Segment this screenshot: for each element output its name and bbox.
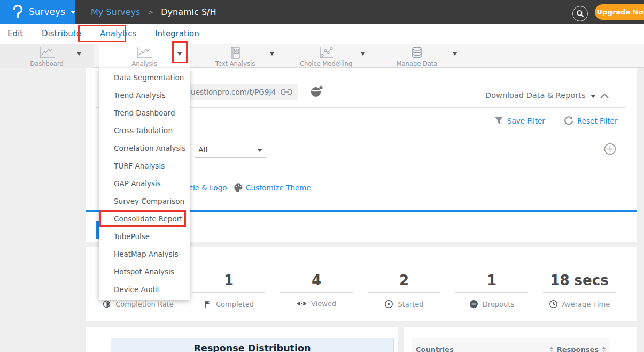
tab-distribute[interactable]: Distribute xyxy=(42,29,81,39)
reset-filter-button[interactable]: Reset Filter xyxy=(564,116,617,126)
stat-viewed-label: Viewed xyxy=(311,300,336,308)
toolbar-choice-modelling-label: Choice Modelling xyxy=(300,60,352,67)
menu-item-consolidate-report[interactable]: Consolidate Report xyxy=(99,210,190,228)
toolbar-manage-data-label: Manage Data xyxy=(397,60,438,67)
add-widget-button[interactable] xyxy=(604,143,616,155)
menu-item-gap-analysis[interactable]: GAP Analysis xyxy=(99,175,190,193)
tab-integration[interactable]: Integration xyxy=(155,29,199,39)
analytics-toolbar: Dashboard Analysis Text Analysis xyxy=(0,44,644,68)
divider xyxy=(368,292,440,293)
divider xyxy=(280,292,353,293)
breadcrumb-separator: > xyxy=(148,8,153,16)
search-button[interactable] xyxy=(572,6,588,21)
flag-icon xyxy=(204,300,212,309)
chevron-down-icon xyxy=(591,95,596,98)
toolbar-manage-data[interactable]: Manage Data xyxy=(371,44,462,68)
secure-link-globe-icon[interactable] xyxy=(310,85,324,98)
stat-dropouts-label: Dropouts xyxy=(483,300,514,308)
menu-item-hotspot-analysis[interactable]: Hotspot Analysis xyxy=(99,263,190,281)
stat-completed: 1 Completed xyxy=(186,270,271,309)
line-chart-icon xyxy=(135,46,153,59)
analysis-dropdown-menu: Data Segmentation Trend Analysis Trend D… xyxy=(99,68,190,300)
palette-icon[interactable] xyxy=(234,183,243,193)
menu-item-turf-analysis[interactable]: TURF Analysis xyxy=(99,157,190,175)
reset-filter-label: Reset Filter xyxy=(577,117,617,125)
search-icon xyxy=(576,10,584,18)
sort-icon[interactable] xyxy=(602,347,606,352)
toolbar-analysis[interactable]: Analysis xyxy=(99,44,190,68)
download-data-reports-dropdown[interactable]: Download Data & Reports xyxy=(485,91,596,100)
menu-item-trend-dashboard[interactable]: Trend Dashboard xyxy=(99,104,190,122)
funnel-icon xyxy=(494,116,503,125)
stat-viewed: 4 Viewed xyxy=(274,270,359,308)
document-grid-icon xyxy=(229,46,241,59)
app-window: Surveys My Surveys > Dynamic S/H Upgrade… xyxy=(0,0,644,352)
play-circle-icon xyxy=(384,300,393,309)
save-filter-label: Save Filter xyxy=(507,117,545,125)
refresh-icon xyxy=(564,116,573,126)
surveys-menu-label: Surveys xyxy=(29,6,65,17)
toolbar-dashboard[interactable]: Dashboard xyxy=(0,44,94,68)
toolbar-choice-modelling[interactable]: Choice Modelling xyxy=(281,44,371,68)
download-data-reports-label: Download Data & Reports xyxy=(485,91,585,100)
stat-average-time-value: 18 secs xyxy=(537,270,622,292)
chevron-down-icon xyxy=(71,11,76,14)
filter-all-value: All xyxy=(198,146,207,154)
eye-icon xyxy=(297,300,307,307)
upgrade-now-button[interactable]: Upgrade Now xyxy=(595,4,644,20)
analysis-dropdown-caret[interactable] xyxy=(177,52,182,56)
title-logo-link[interactable]: Title & Logo xyxy=(184,183,227,192)
customize-theme-link[interactable]: Customize Theme xyxy=(246,183,311,192)
column-header-countries[interactable]: Countries xyxy=(416,346,454,352)
filter-all-select[interactable]: All xyxy=(195,142,266,158)
divider xyxy=(455,292,528,293)
survey-section-nav: Edit Distribute Analytics Integration xyxy=(0,24,644,44)
toolbar-dashboard-label: Dashboard xyxy=(30,60,63,67)
countries-table-panel: Countries Responses xyxy=(404,327,637,352)
clock-icon xyxy=(549,300,558,309)
tab-analytics[interactable]: Analytics xyxy=(100,29,136,39)
menu-item-trend-analysis[interactable]: Trend Analysis xyxy=(99,87,190,104)
breadcrumb-survey-name: Dynamic S/H xyxy=(161,7,216,17)
response-distribution-title: Response Distribution xyxy=(111,338,394,352)
stat-completed-label: Completed xyxy=(216,300,254,308)
stat-completion-rate-label: Completion Rate xyxy=(115,300,173,308)
database-icon xyxy=(410,46,423,59)
questionpro-logo-icon xyxy=(12,5,24,19)
choice-modelling-dropdown-caret[interactable] xyxy=(361,52,365,56)
menu-item-correlation-analysis[interactable]: Correlation Analysis xyxy=(99,140,190,157)
stat-average-time: 18 secs Average Time xyxy=(537,270,622,309)
menu-item-cross-tabulation[interactable]: Cross-Tabulation xyxy=(99,122,190,140)
stat-viewed-value: 4 xyxy=(274,270,359,292)
response-distribution-panel: Response Distribution xyxy=(86,327,398,352)
save-filter-button[interactable]: Save Filter xyxy=(494,116,545,125)
countries-table-header: Countries Responses xyxy=(412,338,609,352)
dashboard-dropdown-caret[interactable] xyxy=(77,52,81,56)
stat-started: 2 Started xyxy=(361,270,447,309)
completion-rate-icon xyxy=(102,300,111,309)
menu-item-tubepulse[interactable]: TubePulse xyxy=(99,228,190,246)
sort-icon[interactable] xyxy=(549,347,554,352)
line-chart-icon xyxy=(38,46,56,59)
divider xyxy=(192,292,265,293)
menu-item-survey-comparison[interactable]: Survey Comparison xyxy=(99,193,190,210)
tab-edit[interactable]: Edit xyxy=(7,29,23,39)
menu-item-data-segmentation[interactable]: Data Segmentation xyxy=(99,69,190,87)
link-icon xyxy=(281,89,292,95)
stat-completed-value: 1 xyxy=(186,270,271,292)
text-analysis-dropdown-caret[interactable] xyxy=(270,52,274,56)
manage-data-dropdown-caret[interactable] xyxy=(453,52,457,56)
chevron-down-icon xyxy=(257,149,262,152)
collapse-panel-chevron[interactable] xyxy=(600,93,609,99)
survey-url-text: w.questionpro.com/t/PG9J4 xyxy=(179,88,276,96)
column-header-responses[interactable]: Responses xyxy=(557,346,599,352)
surveys-app-menu[interactable]: Surveys xyxy=(0,0,75,24)
toolbar-text-analysis[interactable]: Text Analysis xyxy=(190,44,281,68)
breadcrumb-my-surveys[interactable]: My Surveys xyxy=(91,7,140,17)
stat-dropouts-value: 1 xyxy=(449,270,534,292)
toolbar-text-analysis-label: Text Analysis xyxy=(215,60,255,67)
minus-circle-icon xyxy=(469,300,478,309)
menu-item-device-audit[interactable]: Device Audit xyxy=(99,281,190,299)
menu-item-heatmap-analysis[interactable]: HeatMap Analysis xyxy=(99,246,190,263)
divider xyxy=(543,292,616,293)
